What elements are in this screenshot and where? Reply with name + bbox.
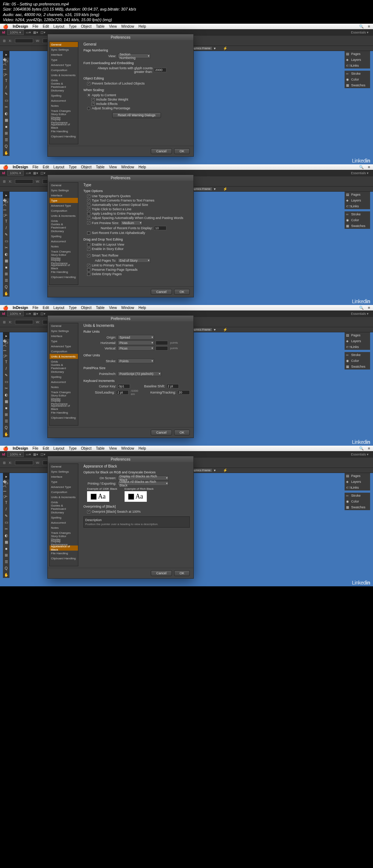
checkbox-option[interactable]: Font Preview Size: Medium <box>87 220 190 225</box>
tool-icon[interactable]: ■ <box>3 264 9 270</box>
checkbox-option[interactable]: Apply Leading to Entire Paragraphs <box>87 212 190 215</box>
category-file-handling[interactable]: File Handling <box>50 551 78 556</box>
menu-window[interactable]: Window <box>121 306 134 310</box>
menu-edit[interactable]: Edit <box>43 446 49 450</box>
tool-icon[interactable]: Q <box>3 143 9 149</box>
tool-icon[interactable]: ▦ <box>3 539 9 545</box>
category-clipboard-handling[interactable]: Clipboard Handling <box>50 134 78 139</box>
checkbox-option[interactable]: Adjust Spacing Automatically When Cuttin… <box>87 216 190 220</box>
menu-table[interactable]: Table <box>96 24 105 28</box>
tool-icon[interactable]: ◐ <box>3 110 9 117</box>
ok-button[interactable]: OK <box>174 570 190 576</box>
tool-icon[interactable]: ▦ <box>3 117 9 123</box>
tool-icon[interactable]: ✎ <box>3 512 9 519</box>
category-guides-pasteboard[interactable]: Guides & Pasteboard <box>50 83 78 88</box>
menu-view[interactable]: View <box>109 446 117 450</box>
text-input[interactable] <box>154 226 166 230</box>
category-interface[interactable]: Interface <box>50 52 78 57</box>
tool-icon[interactable]: ▸ <box>3 192 9 198</box>
cancel-button[interactable]: Cancel <box>151 430 172 435</box>
menu-type[interactable]: Type <box>69 306 77 310</box>
category-type[interactable]: Type <box>50 339 78 344</box>
ok-button[interactable]: OK <box>174 289 190 295</box>
text-input[interactable] <box>118 384 130 388</box>
tool-icon[interactable]: ✂ <box>3 525 9 532</box>
panel-stroke[interactable]: ═Stroke <box>345 71 370 77</box>
tool-icon[interactable]: Q <box>3 424 9 431</box>
menu-object[interactable]: Object <box>81 306 91 310</box>
tool-icon[interactable]: ☰ <box>3 136 9 143</box>
category-general[interactable]: General <box>50 323 78 328</box>
tool-icon[interactable]: �ページ <box>3 64 9 71</box>
workspace-label[interactable]: Essentials ▾ <box>351 31 369 34</box>
checkbox-option[interactable]: Automatically Use Correct Optical Size <box>87 203 190 207</box>
menu-icon[interactable]: ≡ <box>368 446 370 450</box>
category-spelling[interactable]: Spelling <box>50 234 78 239</box>
category-appearance-of-black[interactable]: Appearance of Black <box>50 546 78 551</box>
panel-stroke[interactable]: ═Stroke <box>345 493 370 498</box>
category-guides-pasteboard[interactable]: Guides & Pasteboard <box>50 223 78 228</box>
category-appearance-of-black[interactable]: Appearance of Black <box>50 405 78 410</box>
checkbox-option[interactable]: Preserve Facing-Page Spreads <box>87 268 190 271</box>
cancel-button[interactable]: Cancel <box>151 289 172 295</box>
menu-window[interactable]: Window <box>121 165 134 169</box>
text-input[interactable] <box>156 341 168 345</box>
category-composition[interactable]: Composition <box>50 349 78 354</box>
menu-indesign[interactable]: InDesign <box>13 306 28 310</box>
menu-object[interactable]: Object <box>81 165 91 169</box>
tool-icon[interactable]: ◐ <box>3 251 9 257</box>
panel-color[interactable]: ◉Color <box>345 77 370 82</box>
tool-icon[interactable]: T <box>3 499 9 506</box>
menu-layout[interactable]: Layout <box>54 165 64 169</box>
menu-window[interactable]: Window <box>121 24 134 28</box>
tool-icon[interactable]: ▭ <box>3 519 9 525</box>
radio-option[interactable]: Apply to Content <box>87 93 190 97</box>
category-autocorrect[interactable]: Autocorrect <box>50 239 78 244</box>
category-dictionary[interactable]: Dictionary <box>50 88 78 93</box>
category-advanced-type[interactable]: Advanced Type <box>50 203 78 208</box>
menu-object[interactable]: Object <box>81 24 91 28</box>
category-units-increments[interactable]: Units & Increments <box>50 73 78 78</box>
menu-layout[interactable]: Layout <box>54 306 64 310</box>
tool-icon[interactable]: T <box>3 77 9 84</box>
category-dictionary[interactable]: Dictionary <box>50 510 78 515</box>
menu-table[interactable]: Table <box>96 446 105 450</box>
category-units-increments[interactable]: Units & Increments <box>50 494 78 500</box>
dropdown[interactable]: Spread <box>118 335 154 340</box>
checkbox-option[interactable]: Include Effects <box>91 102 190 106</box>
radio-option[interactable]: Adjust Scaling Percentage <box>87 106 190 110</box>
checkbox-option[interactable]: Use Typographer's Quotes <box>87 194 190 198</box>
category-interface[interactable]: Interface <box>50 193 78 198</box>
dropdown[interactable]: Picas <box>118 340 154 345</box>
zoom-field[interactable]: 100% ▾ <box>7 311 24 316</box>
category-dictionary[interactable]: Dictionary <box>50 228 78 234</box>
cancel-button[interactable]: Cancel <box>151 570 172 576</box>
apple-icon[interactable]: 🍎 <box>3 24 8 29</box>
category-clipboard-handling[interactable]: Clipboard Handling <box>50 556 78 561</box>
dropdown[interactable]: PostScript (72 pts/inch) <box>118 371 161 376</box>
menu-file[interactable]: File <box>32 24 38 28</box>
category-notes[interactable]: Notes <box>50 525 78 530</box>
panel-color[interactable]: ◉Color <box>345 358 370 364</box>
category-autocorrect[interactable]: Autocorrect <box>50 98 78 103</box>
category-advanced-type[interactable]: Advanced Type <box>50 62 78 67</box>
workspace-label[interactable]: Essentials ▾ <box>351 171 369 175</box>
category-file-handling[interactable]: File Handling <box>50 410 78 415</box>
menu-icon[interactable]: ≡ <box>368 306 370 310</box>
panel-stroke[interactable]: ═Stroke <box>345 352 370 358</box>
text-input[interactable] <box>166 384 179 388</box>
tool-icon[interactable]: ✎ <box>3 372 9 378</box>
menu-help[interactable]: Help <box>138 165 146 169</box>
tool-icon[interactable]: ⊞ <box>3 270 9 277</box>
panel-pages[interactable]: ▤Pages <box>345 473 370 479</box>
text-input[interactable] <box>154 68 166 72</box>
tool-icon[interactable]: ✋ <box>3 571 9 578</box>
menu-table[interactable]: Table <box>96 165 105 169</box>
category-general[interactable]: General <box>50 464 78 469</box>
tool-icon[interactable]: ✋ <box>3 149 9 156</box>
search-icon[interactable]: 🔍 <box>359 24 364 28</box>
category-units-increments[interactable]: Units & Increments <box>50 213 78 218</box>
search-icon[interactable]: 🔍 <box>359 306 364 310</box>
tool-icon[interactable]: ■ <box>3 123 9 130</box>
panel-pages[interactable]: ▤Pages <box>345 51 370 57</box>
